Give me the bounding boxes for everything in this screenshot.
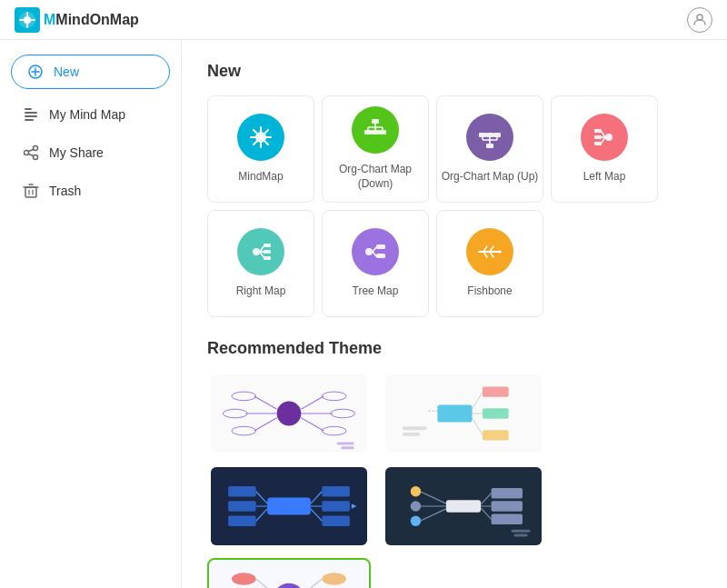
svg-rect-117	[228, 516, 256, 526]
svg-rect-99	[483, 408, 509, 418]
svg-point-129	[411, 516, 421, 526]
svg-rect-110	[322, 501, 350, 511]
map-card-left[interactable]: Left Map	[551, 95, 658, 203]
svg-point-137	[232, 573, 256, 584]
share-icon	[22, 144, 40, 162]
new-button[interactable]: New	[11, 55, 170, 89]
theme-section-title: Recommended Theme	[207, 339, 702, 358]
svg-point-143	[322, 573, 346, 584]
new-section-title: New	[207, 62, 702, 81]
svg-rect-64	[264, 250, 271, 254]
my-mind-map-label: My Mind Map	[49, 107, 125, 122]
svg-rect-124	[492, 488, 523, 498]
mindmap-icon	[237, 114, 284, 161]
svg-rect-131	[513, 534, 527, 537]
svg-rect-42	[379, 130, 386, 135]
sidebar: New My Mind Map	[0, 40, 182, 588]
tree-map-label: Tree Map	[353, 284, 399, 299]
svg-line-32	[265, 130, 269, 134]
svg-rect-105	[267, 497, 311, 514]
map-card-tree[interactable]: Tree Map	[322, 210, 429, 317]
svg-line-17	[28, 149, 33, 152]
svg-rect-115	[228, 486, 256, 496]
theme-card-5[interactable]	[207, 558, 371, 588]
svg-line-31	[265, 142, 269, 145]
svg-rect-34	[372, 119, 379, 124]
svg-point-127	[411, 486, 421, 496]
map-card-org-down[interactable]: Org-Chart Map(Down)	[322, 95, 429, 203]
user-icon[interactable]	[687, 7, 712, 33]
svg-line-67	[373, 247, 376, 252]
svg-rect-56	[594, 129, 602, 133]
svg-rect-63	[264, 244, 271, 247]
theme-card-4[interactable]	[382, 465, 545, 547]
trash-label: Trash	[49, 184, 81, 198]
plus-icon	[26, 63, 45, 81]
left-map-icon	[581, 114, 628, 161]
svg-rect-12	[25, 115, 37, 117]
svg-rect-91	[337, 443, 354, 445]
svg-rect-120	[446, 500, 481, 512]
svg-rect-58	[594, 142, 602, 145]
svg-rect-111	[322, 516, 350, 526]
svg-rect-102	[403, 433, 420, 436]
header: MMindOnMap	[0, 0, 727, 40]
mindmap-label: MindMap	[238, 170, 283, 184]
org-down-label: Org-Chart Map(Down)	[339, 163, 412, 191]
svg-point-6	[697, 15, 702, 20]
left-map-label: Left Map	[583, 170, 626, 184]
svg-rect-57	[594, 135, 602, 139]
sidebar-item-my-mind-map[interactable]: My Mind Map	[7, 96, 174, 133]
svg-rect-100	[483, 430, 509, 440]
map-type-grid: MindMap Org-C	[207, 95, 702, 317]
svg-rect-98	[483, 386, 509, 396]
svg-point-25	[258, 135, 264, 140]
logo-icon	[15, 7, 40, 33]
svg-point-128	[411, 501, 421, 511]
theme-card-1[interactable]	[207, 373, 371, 454]
svg-point-1	[24, 16, 31, 24]
fishbone-icon	[466, 228, 513, 275]
svg-line-30	[254, 130, 257, 134]
theme-card-2[interactable]	[382, 373, 545, 454]
svg-rect-41	[372, 130, 379, 135]
svg-line-55	[602, 137, 605, 143]
map-card-org-up[interactable]: Org-Chart Map (Up)	[436, 95, 543, 203]
svg-rect-70	[376, 254, 385, 258]
org-down-icon	[352, 106, 399, 154]
svg-rect-116	[228, 501, 256, 511]
svg-point-16	[34, 155, 38, 160]
new-label: New	[54, 65, 79, 79]
fishbone-label: Fishbone	[467, 284, 512, 299]
svg-rect-11	[25, 112, 37, 114]
logo-text: MMindOnMap	[44, 12, 139, 28]
right-map-icon	[237, 228, 284, 275]
logo: MMindOnMap	[15, 7, 139, 33]
svg-point-59	[253, 248, 260, 255]
svg-point-14	[34, 146, 38, 151]
theme-grid	[207, 373, 702, 588]
sidebar-item-my-share[interactable]: My Share	[7, 135, 174, 171]
map-card-mindmap[interactable]: MindMap	[207, 95, 314, 203]
map-card-right[interactable]: Right Map	[207, 210, 314, 317]
svg-rect-19	[25, 187, 36, 197]
svg-rect-51	[486, 144, 493, 148]
svg-marker-76	[499, 249, 501, 254]
svg-rect-10	[25, 108, 32, 110]
svg-rect-13	[25, 119, 34, 121]
svg-rect-130	[512, 530, 531, 533]
org-up-label: Org-Chart Map (Up)	[442, 170, 539, 184]
theme-card-3[interactable]	[207, 465, 371, 547]
svg-rect-65	[264, 256, 271, 260]
svg-rect-44	[486, 133, 493, 137]
sidebar-item-trash[interactable]: Trash	[7, 173, 174, 209]
svg-line-68	[373, 252, 376, 256]
map-card-fishbone[interactable]: Fishbone	[436, 210, 543, 317]
svg-point-78	[277, 402, 302, 426]
svg-rect-94	[437, 404, 472, 422]
svg-rect-101	[403, 426, 427, 430]
svg-point-66	[365, 248, 373, 255]
org-up-icon	[466, 114, 513, 161]
right-map-label: Right Map	[236, 284, 286, 299]
my-share-label: My Share	[49, 145, 104, 160]
